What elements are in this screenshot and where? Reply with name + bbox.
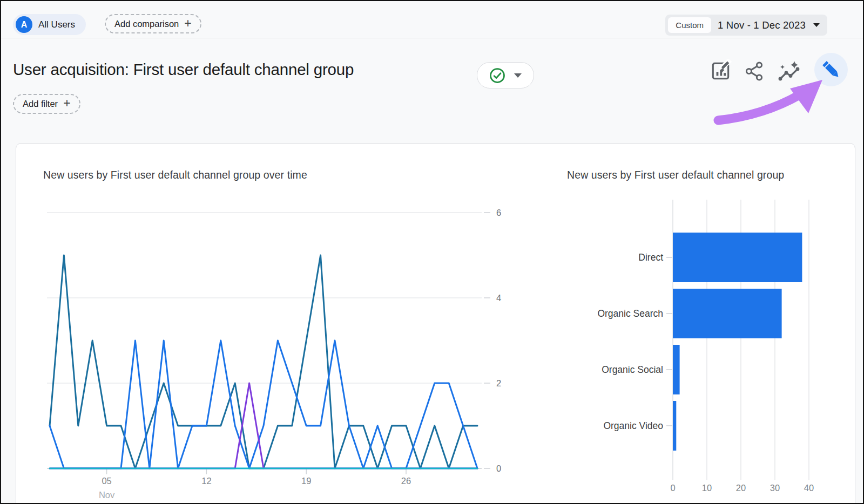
svg-text:0: 0: [670, 483, 675, 493]
insights-button[interactable]: [777, 58, 801, 83]
ga4-report-screen: A All Users Add comparison + Custom 1 No…: [0, 0, 864, 504]
check-circle-icon: [489, 67, 505, 84]
svg-text:26: 26: [401, 476, 411, 486]
plus-icon: +: [63, 97, 70, 110]
share-button[interactable]: [742, 59, 767, 84]
svg-text:Organic Video: Organic Video: [603, 420, 663, 431]
page-title: User acquisition: First user default cha…: [13, 60, 354, 79]
chevron-down-icon: [813, 23, 820, 27]
date-range-value: 1 Nov - 1 Dec 2023: [711, 19, 813, 31]
svg-text:19: 19: [301, 476, 311, 486]
edit-pencil-icon: [819, 58, 843, 81]
report-status-dropdown[interactable]: [477, 62, 534, 88]
svg-text:10: 10: [702, 483, 712, 493]
insights-sparkline-icon: [777, 59, 801, 82]
date-mode-badge: Custom: [668, 17, 711, 33]
chevron-down-icon: [514, 73, 522, 78]
svg-text:12: 12: [201, 476, 211, 486]
svg-text:30: 30: [770, 483, 780, 493]
new-users-over-time-line-chart: 024605Nov121926: [44, 201, 514, 503]
header-divider: [1, 38, 863, 38]
edit-report-button[interactable]: [814, 53, 848, 86]
svg-text:Organic Search: Organic Search: [597, 308, 663, 319]
customize-report-button[interactable]: [708, 58, 733, 83]
plus-icon: +: [184, 17, 191, 30]
svg-text:Nov: Nov: [99, 490, 115, 500]
svg-text:20: 20: [736, 483, 746, 493]
svg-text:40: 40: [804, 483, 814, 493]
svg-text:4: 4: [496, 293, 501, 303]
svg-text:0: 0: [496, 464, 501, 473]
add-comparison-label: Add comparison: [114, 19, 179, 29]
add-filter-label: Add filter: [23, 99, 58, 109]
audience-avatar: A: [16, 16, 32, 33]
customize-report-icon: [710, 59, 732, 81]
svg-text:05: 05: [102, 476, 111, 486]
new-users-by-channel-bar-chart: 010203040DirectOrganic SearchOrganic Soc…: [563, 195, 854, 498]
svg-text:6: 6: [496, 208, 501, 217]
date-range-selector[interactable]: Custom 1 Nov - 1 Dec 2023: [665, 15, 827, 36]
line-chart-title: New users by First user default channel …: [43, 166, 421, 185]
bar-chart-title: New users by First user default channel …: [567, 166, 818, 185]
audience-chip-all-users[interactable]: A All Users: [13, 14, 86, 35]
svg-text:Organic Social: Organic Social: [602, 364, 663, 375]
add-filter-button[interactable]: Add filter +: [13, 94, 80, 114]
svg-text:Direct: Direct: [638, 252, 663, 263]
share-icon: [744, 60, 765, 82]
audience-chip-label: All Users: [38, 19, 75, 30]
add-comparison-button[interactable]: Add comparison +: [105, 14, 201, 33]
svg-text:2: 2: [496, 378, 501, 388]
